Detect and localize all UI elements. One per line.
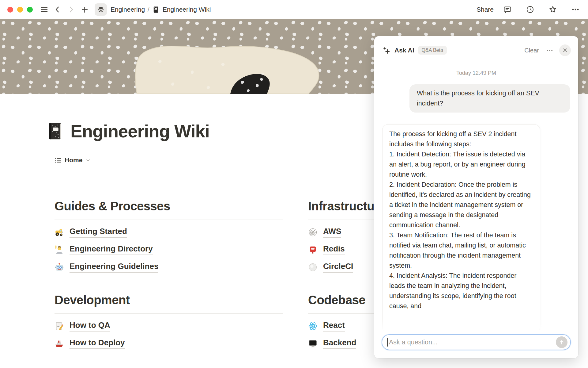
- notebook-icon: [152, 6, 160, 13]
- page-link-label: AWS: [323, 227, 341, 238]
- ship-icon: [55, 339, 64, 348]
- zoom-window-button[interactable]: [27, 7, 33, 13]
- page-icon-notebook[interactable]: [45, 121, 65, 141]
- question-input-placeholder: Ask a question...: [389, 339, 556, 346]
- left-column: Guides & Processes Getting Started Engin…: [55, 193, 283, 352]
- list-view-icon: [55, 157, 62, 164]
- history-button[interactable]: [526, 5, 535, 14]
- close-icon: [562, 48, 568, 53]
- star-icon: [548, 5, 557, 14]
- toolbar-actions: Share: [477, 5, 580, 14]
- favorite-button[interactable]: [548, 5, 557, 14]
- ask-ai-panel: Ask AI Q&A Beta Clear Today 12:49 PM Wha…: [374, 36, 578, 358]
- more-options-button[interactable]: [571, 5, 580, 14]
- page-link-label: How to QA: [70, 321, 110, 332]
- user-question-bubble: What is the process for kicking off an S…: [409, 84, 570, 113]
- page-link-engineering-directory[interactable]: Engineering Directory: [55, 241, 283, 259]
- page-link-label: CircleCI: [323, 262, 353, 273]
- share-button[interactable]: Share: [477, 6, 494, 13]
- page-link-getting-started[interactable]: Getting Started: [55, 224, 283, 241]
- text-cursor: [387, 338, 388, 347]
- tab-home[interactable]: Home: [55, 156, 91, 164]
- teamspace-chip[interactable]: [95, 3, 107, 16]
- breadcrumb-space[interactable]: Engineering: [111, 6, 145, 13]
- send-button[interactable]: [556, 336, 567, 348]
- top-toolbar: Engineering / Engineering Wiki Share: [0, 0, 588, 19]
- chevron-right-icon: [67, 6, 75, 13]
- page-link-label: Engineering Directory: [70, 244, 153, 255]
- page-title: Engineering Wiki: [70, 121, 209, 141]
- panel-more-button[interactable]: [546, 46, 554, 54]
- clear-button[interactable]: Clear: [524, 47, 539, 54]
- person-raising-hand-icon: [55, 245, 64, 255]
- breadcrumb-separator: /: [148, 6, 149, 13]
- memo-icon: [55, 321, 64, 331]
- plus-icon: [81, 6, 89, 14]
- chevron-left-icon: [54, 6, 62, 13]
- hamburger-icon: [40, 6, 48, 14]
- clock-icon: [526, 5, 534, 14]
- ask-ai-title: Ask AI: [394, 47, 414, 54]
- page-link-label: Getting Started: [70, 227, 127, 238]
- section-heading: Development: [55, 294, 283, 314]
- minimize-window-button[interactable]: [17, 7, 23, 13]
- layers-icon: [97, 6, 105, 13]
- desktop-computer-icon: [308, 339, 318, 348]
- question-input[interactable]: Ask a question...: [382, 334, 571, 350]
- ask-ai-header: Ask AI Q&A Beta Clear: [374, 36, 578, 61]
- conversation-timestamp: Today 12:49 PM: [382, 70, 570, 76]
- ask-ai-conversation: Today 12:49 PM What is the process for k…: [382, 63, 570, 358]
- close-window-button[interactable]: [7, 7, 13, 13]
- window-controls: [7, 7, 33, 13]
- page-link-how-to-deploy[interactable]: How to Deploy: [55, 335, 283, 352]
- sparkles-icon: [382, 46, 391, 55]
- chevron-down-icon: [85, 158, 91, 163]
- ellipsis-icon: [546, 46, 554, 54]
- qa-beta-badge: Q&A Beta: [418, 46, 447, 55]
- ask-ai-footer: Ask a question...: [374, 331, 578, 358]
- section-guides-processes: Guides & Processes Getting Started Engin…: [55, 200, 283, 276]
- spider-web-icon: [308, 228, 318, 237]
- ai-answer-bubble: The process for kicking off a SEV 2 inci…: [382, 124, 540, 333]
- comment-bubble-icon: [503, 5, 512, 14]
- robot-icon: [55, 263, 64, 272]
- page-link-engineering-guidelines[interactable]: Engineering Guidelines: [55, 259, 283, 276]
- comments-button[interactable]: [503, 5, 512, 14]
- panel-close-button[interactable]: [559, 44, 571, 56]
- page-link-label: How to Deploy: [70, 338, 125, 349]
- tab-home-label: Home: [65, 156, 82, 164]
- arrow-up-icon: [558, 339, 565, 346]
- page-link-label: Redis: [323, 244, 345, 255]
- ellipsis-icon: [571, 5, 580, 14]
- react-atom-icon: [308, 321, 318, 331]
- section-heading: Guides & Processes: [55, 200, 283, 220]
- breadcrumb: Engineering / Engineering Wiki: [111, 6, 211, 13]
- section-development: Development How to QA How to Deploy: [55, 294, 283, 352]
- postbox-icon: [308, 245, 318, 255]
- white-circle-icon: [308, 263, 318, 272]
- tractor-icon: [55, 228, 64, 237]
- sidebar-menu-button[interactable]: [40, 5, 49, 14]
- back-button[interactable]: [53, 5, 62, 14]
- page-link-how-to-qa[interactable]: How to QA: [55, 317, 283, 335]
- forward-button[interactable]: [66, 5, 76, 14]
- page-link-label: React: [323, 321, 345, 332]
- page-link-label: Backend: [323, 338, 356, 349]
- breadcrumb-page[interactable]: Engineering Wiki: [163, 6, 211, 13]
- page-link-label: Engineering Guidelines: [70, 262, 158, 273]
- new-page-button[interactable]: [80, 5, 89, 14]
- page-header: Engineering Wiki: [45, 121, 209, 141]
